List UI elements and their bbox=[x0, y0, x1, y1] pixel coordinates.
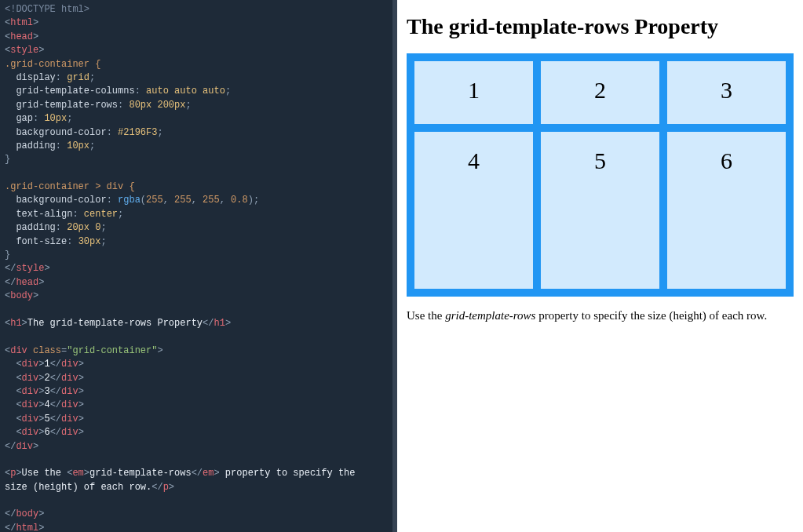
code-tag-body: body bbox=[10, 290, 33, 301]
preview-em: grid-template-rows bbox=[445, 309, 535, 322]
css-selector-grid-div: .grid-container > div { bbox=[5, 181, 135, 192]
preview-pane: The grid-template-rows Property 1 2 3 4 … bbox=[397, 0, 803, 532]
app-root: <!DOCTYPE html> <html> <head> <style> .g… bbox=[0, 0, 803, 532]
preview-paragraph: Use the grid-template-rows property to s… bbox=[407, 309, 794, 322]
grid-cell: 4 bbox=[414, 132, 533, 289]
code-doctype: <!DOCTYPE html> bbox=[5, 4, 89, 15]
code-editor[interactable]: <!DOCTYPE html> <html> <head> <style> .g… bbox=[0, 0, 392, 532]
code-tag-style: style bbox=[10, 45, 38, 56]
grid-container: 1 2 3 4 5 6 bbox=[407, 53, 794, 297]
grid-cell: 3 bbox=[667, 61, 786, 124]
grid-cell: 5 bbox=[541, 132, 659, 289]
css-selector-grid: .grid-container { bbox=[5, 59, 100, 70]
code-tag-html: html bbox=[10, 17, 33, 28]
grid-cell: 6 bbox=[667, 132, 786, 289]
grid-cell: 1 bbox=[414, 61, 533, 124]
preview-heading: The grid-template-rows Property bbox=[407, 14, 794, 39]
grid-cell: 2 bbox=[541, 61, 659, 124]
code-tag-head: head bbox=[10, 31, 33, 42]
